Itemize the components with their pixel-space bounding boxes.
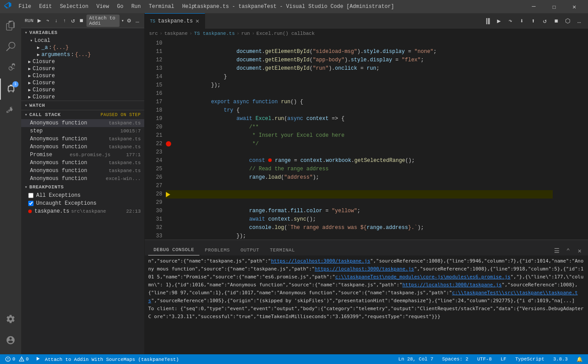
activity-extensions-icon[interactable]: [0, 100, 21, 121]
activity-git-icon[interactable]: [0, 57, 21, 79]
status-spaces[interactable]: Spaces: 2: [440, 356, 470, 362]
more-actions-icon[interactable]: …: [574, 16, 584, 26]
closure-6[interactable]: ▶ Closure: [21, 94, 144, 101]
closure-5[interactable]: ▶ Closure: [21, 86, 144, 94]
var-arguments[interactable]: ▶ arguments : {...}: [21, 51, 144, 58]
activity-settings-icon[interactable]: [0, 308, 21, 330]
closure-4[interactable]: ▶ Closure: [21, 79, 144, 86]
bp-uncaught-exceptions[interactable]: Uncaught Exceptions: [21, 199, 144, 207]
callstack-item-5[interactable]: Anonymous function taskpane.ts: [21, 159, 144, 167]
variables-header-label: VARIABLES: [30, 30, 58, 35]
breadcrumb-callback[interactable]: Excel.run() callback: [256, 31, 315, 36]
menu-go[interactable]: Go: [113, 3, 127, 11]
callstack-item-1[interactable]: step 10015:7: [21, 127, 144, 135]
activity-account-icon[interactable]: [0, 330, 21, 351]
debug-chevron-icon[interactable]: ▾: [121, 18, 124, 23]
paused-status: PAUSED ON STEP: [101, 113, 141, 117]
activity-search-icon[interactable]: [0, 36, 21, 57]
breadcrumb-src[interactable]: src: [149, 31, 158, 36]
closure-2[interactable]: ▶ Closure: [21, 65, 144, 72]
callstack-item-2[interactable]: Anonymous function taskpane.ts: [21, 135, 144, 143]
tab-problems[interactable]: PROBLEMS: [199, 245, 235, 255]
callstack-header[interactable]: ▾ CALL STACK PAUSED ON STEP: [21, 110, 144, 119]
tab-output[interactable]: OUTPUT: [235, 245, 265, 255]
maximize-button[interactable]: ☐: [544, 0, 564, 13]
menu-terminal[interactable]: Terminal: [145, 3, 178, 11]
menu-run[interactable]: Run: [128, 3, 145, 11]
status-position[interactable]: Ln 28, Col 7: [397, 356, 435, 362]
breadcrumb-taskpane[interactable]: taskpane: [164, 31, 187, 36]
console-link-1[interactable]: https://localhost:3000/taskpane.js: [271, 258, 370, 264]
closure-3[interactable]: ▶ Closure: [21, 72, 144, 79]
disconnect-icon[interactable]: ⬡: [562, 16, 573, 26]
closure-1[interactable]: ▶ Closure: [21, 58, 144, 65]
step-into-icon2[interactable]: ⬇: [517, 16, 527, 26]
close-button[interactable]: ✕: [564, 0, 584, 13]
status-debug-icon[interactable]: 0 0: [4, 356, 30, 362]
panel-close-icon[interactable]: ✕: [575, 246, 584, 255]
console-link-2[interactable]: https://localhost:3000/taskpane.js: [315, 266, 414, 272]
menu-edit[interactable]: Edit: [36, 3, 56, 11]
breadcrumb-run[interactable]: run: [241, 31, 250, 36]
console-link-4[interactable]: https://localhost:3000/taskpane.js: [402, 282, 502, 288]
tab-taskpane[interactable]: TS taskpane.ts ✕: [145, 13, 205, 29]
menu-view[interactable]: View: [93, 3, 112, 11]
step-out-icon2[interactable]: ⬆: [528, 16, 539, 26]
panel-list-icon[interactable]: ☰: [552, 246, 562, 255]
menu-selection[interactable]: Selection: [56, 3, 92, 11]
tab-terminal[interactable]: TERMINAL: [265, 245, 300, 255]
status-encoding[interactable]: UTF-8: [476, 356, 494, 362]
restart-icon2[interactable]: ↺: [539, 16, 550, 26]
variables-header[interactable]: ▾ VARIABLES: [21, 28, 144, 37]
callstack-item-6[interactable]: Anonymous function taskpane.ts: [21, 167, 144, 175]
bp-all-checkbox[interactable]: [28, 193, 34, 198]
callstack-item-3[interactable]: Anonymous function taskpane.ts: [21, 143, 144, 151]
status-eol[interactable]: LF: [499, 356, 508, 362]
status-bar: 0 0 Attach to Addin With SourceMaps (tas…: [0, 354, 588, 364]
status-bar-left: 0 0 Attach to Addin With SourceMaps (tas…: [4, 356, 180, 362]
bp-uncaught-checkbox[interactable]: [28, 201, 34, 206]
console-link-3[interactable]: c:\\taskpaneTest\node_modules\core-js\mo…: [335, 274, 510, 280]
stop-icon2[interactable]: ■: [551, 16, 562, 26]
debug-over-button[interactable]: ↷: [45, 16, 51, 26]
bp-dot-icon: [28, 210, 32, 213]
debug-into-button[interactable]: ↓: [53, 16, 60, 26]
local-section[interactable]: ▾ Local: [21, 37, 144, 44]
bp-taskpane[interactable]: taskpane.ts src\taskpane 22:13: [21, 207, 144, 215]
callstack-item-7[interactable]: Anonymous function excel-win...: [21, 175, 144, 183]
var-a[interactable]: ▶ _a : {...}: [21, 44, 144, 51]
var-arguments-val: {...}: [75, 52, 91, 58]
minimize-button[interactable]: ─: [524, 0, 544, 13]
callstack-file-2: taskpane.ts: [109, 136, 141, 142]
title-bar-left: File Edit Selection View Go Run Terminal…: [4, 2, 198, 12]
status-run-label[interactable]: Attach to Addin With SourceMaps (taskpan…: [34, 356, 180, 362]
status-language[interactable]: TypeScript: [513, 356, 546, 362]
breadcrumb-file[interactable]: TS taskpane.ts: [194, 31, 235, 36]
callstack-file-7: excel-win...: [106, 176, 141, 181]
attach-label[interactable]: Attach to Addi: [86, 15, 120, 27]
debug-out-button[interactable]: ↑: [61, 16, 68, 26]
breakpoints-header[interactable]: ▾ BREAKPOINTS: [21, 183, 144, 191]
status-version[interactable]: 3.8.3: [551, 356, 569, 362]
tab-debug-console[interactable]: DEBUG CONSOLE: [148, 244, 199, 255]
debug-ellipsis-button[interactable]: …: [134, 16, 141, 26]
tab-close-icon[interactable]: ✕: [195, 18, 199, 24]
activity-explorer-icon[interactable]: [0, 15, 21, 36]
watch-header[interactable]: ▾ WATCH: [21, 101, 144, 110]
split-editor-icon[interactable]: [482, 16, 493, 26]
debug-restart-button[interactable]: ↺: [70, 16, 76, 26]
activity-debug-icon[interactable]: 1: [0, 79, 21, 100]
continue-debug-icon[interactable]: ▶: [494, 16, 504, 26]
status-bell-icon[interactable]: 🔔: [575, 356, 584, 362]
debug-continue-button[interactable]: ▶: [36, 16, 43, 26]
console-link-5[interactable]: c:\\taskpaneTest\\src\\taskpane\\taskpan…: [148, 290, 578, 304]
step-over-icon2[interactable]: ↷: [505, 16, 516, 26]
callstack-item-0[interactable]: Anonymous function taskpane.ts: [21, 119, 144, 127]
debug-settings-button[interactable]: ⚙: [126, 16, 132, 26]
callstack-item-4[interactable]: Promise es6.promise.js 177:1: [21, 151, 144, 159]
var-a-val: {...}: [53, 45, 69, 51]
menu-file[interactable]: File: [15, 3, 35, 11]
debug-stop-button[interactable]: ■: [78, 16, 85, 26]
panel-maximize-icon[interactable]: ⌃: [563, 246, 573, 255]
bp-all-exceptions[interactable]: All Exceptions: [21, 191, 144, 199]
